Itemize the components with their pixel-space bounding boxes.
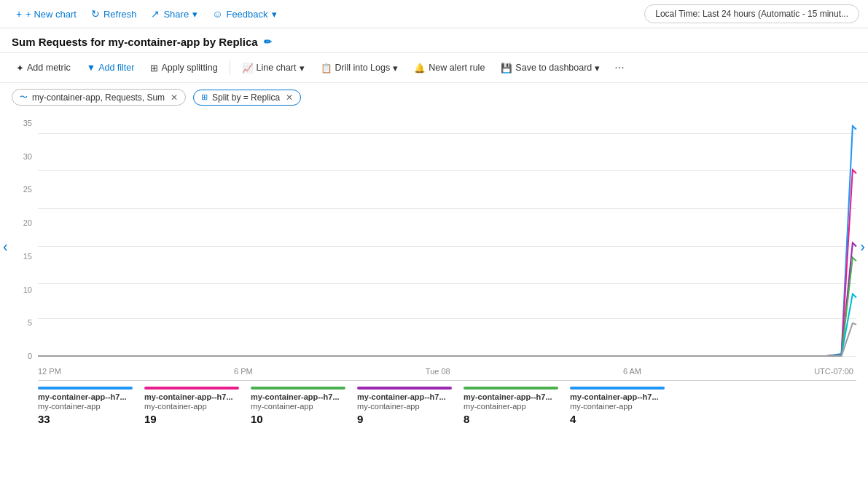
legend-value: 10 bbox=[251, 413, 345, 425]
save-dashboard-label: Save to dashboard bbox=[515, 63, 592, 73]
plus-icon: + bbox=[16, 8, 22, 20]
chart-wrapper: ‹ 35 30 25 20 15 10 5 0 bbox=[0, 111, 868, 381]
refresh-label: Refresh bbox=[103, 9, 137, 20]
y-20: 20 bbox=[12, 218, 32, 227]
x-axis: 12 PM 6 PM Tue 08 6 AM UTC-07:00 bbox=[38, 364, 856, 376]
apply-splitting-label: Apply splitting bbox=[161, 63, 217, 73]
y-5: 5 bbox=[12, 318, 32, 327]
legend-name: my-container-app--h7... bbox=[38, 392, 133, 401]
split-chip-label: Split by = Replica bbox=[212, 92, 280, 103]
share-label: Share bbox=[163, 9, 189, 20]
filter-icon: ▼ bbox=[87, 63, 95, 73]
add-metric-icon: ✦ bbox=[16, 63, 24, 74]
metric-chip-icon: 〜 bbox=[20, 92, 28, 103]
add-metric-label: Add metric bbox=[27, 63, 71, 73]
legend-item: my-container-app--h7... my-container-app… bbox=[144, 387, 239, 425]
share-button[interactable]: ↗ Share ▾ bbox=[144, 5, 205, 23]
legend-value: 19 bbox=[144, 413, 239, 425]
legend-color-bar bbox=[38, 387, 133, 390]
legend-sub: my-container-app bbox=[38, 402, 133, 411]
save-icon: 💾 bbox=[501, 63, 512, 74]
legend-area: my-container-app--h7... my-container-app… bbox=[0, 381, 868, 428]
line-chart-icon: 📈 bbox=[242, 63, 254, 74]
y-25: 25 bbox=[12, 185, 32, 194]
drill-logs-label: Drill into Logs bbox=[335, 63, 391, 73]
y-axis: 35 30 25 20 15 10 5 0 bbox=[12, 111, 38, 381]
line-chart-label: Line chart bbox=[257, 63, 297, 73]
legend-item: my-container-app--h7... my-container-app… bbox=[38, 387, 133, 425]
save-to-dashboard-button[interactable]: 💾 Save to dashboard ▾ bbox=[493, 59, 607, 77]
legend-sub: my-container-app bbox=[251, 402, 345, 411]
legend-sub: my-container-app bbox=[144, 402, 239, 411]
edit-title-icon[interactable]: ✏ bbox=[264, 36, 272, 47]
x-tue: Tue 08 bbox=[426, 367, 450, 376]
x-6pm: 6 PM bbox=[234, 367, 253, 376]
metric-toolbar: ✦ Add metric ▼ Add filter ⊞ Apply splitt… bbox=[0, 52, 868, 83]
legend-name: my-container-app--h7... bbox=[251, 392, 345, 401]
drill-into-logs-button[interactable]: 📋 Drill into Logs ▾ bbox=[313, 59, 406, 77]
x-6am: 6 AM bbox=[623, 367, 641, 376]
new-alert-rule-button[interactable]: 🔔 New alert rule bbox=[407, 59, 492, 77]
line-chart-chevron-icon: ▾ bbox=[300, 63, 305, 74]
add-filter-button[interactable]: ▼ Add filter bbox=[79, 59, 142, 76]
metric-chip[interactable]: 〜 my-container-app, Requests, Sum ✕ bbox=[12, 89, 186, 106]
chart-container: 35 30 25 20 15 10 5 0 bbox=[0, 111, 868, 381]
y-10: 10 bbox=[12, 285, 32, 294]
chart-inner: 35 30 25 20 15 10 5 0 bbox=[12, 111, 856, 381]
chart-svg bbox=[38, 111, 856, 360]
logs-icon: 📋 bbox=[321, 63, 332, 74]
share-chevron-icon: ▾ bbox=[192, 9, 198, 20]
more-icon: ··· bbox=[614, 61, 624, 74]
y-35: 35 bbox=[12, 119, 32, 127]
y-15: 15 bbox=[12, 252, 32, 261]
apply-splitting-button[interactable]: ⊞ Apply splitting bbox=[143, 59, 224, 77]
legend-item: my-container-app--h7... my-container-app… bbox=[357, 387, 452, 425]
time-range-label: Local Time: Last 24 hours (Automatic - 1… bbox=[655, 9, 848, 19]
alert-rule-label: New alert rule bbox=[429, 63, 485, 73]
add-metric-button[interactable]: ✦ Add metric bbox=[9, 59, 78, 77]
legend-name: my-container-app--h7... bbox=[464, 392, 558, 401]
feedback-icon: ☺ bbox=[212, 8, 222, 20]
page-title: Sum Requests for my-container-app by Rep… bbox=[12, 36, 258, 48]
legend-sub: my-container-app bbox=[357, 402, 452, 411]
filter-row: 〜 my-container-app, Requests, Sum ✕ ⊞ Sp… bbox=[0, 83, 868, 111]
legend-item: my-container-app--h7... my-container-app… bbox=[570, 387, 665, 425]
time-range-button[interactable]: Local Time: Last 24 hours (Automatic - 1… bbox=[644, 4, 859, 23]
feedback-chevron-icon: ▾ bbox=[272, 9, 277, 20]
more-options-button[interactable]: ··· bbox=[609, 58, 630, 78]
save-chevron-icon: ▾ bbox=[595, 63, 600, 74]
split-chip-icon: ⊞ bbox=[201, 92, 208, 102]
legend-sub: my-container-app bbox=[570, 402, 665, 411]
feedback-button[interactable]: ☺ Feedback ▾ bbox=[205, 5, 284, 23]
share-icon: ↗ bbox=[151, 8, 160, 20]
line-chart-button[interactable]: 📈 Line chart ▾ bbox=[235, 59, 312, 77]
chart-plot: 12 PM 6 PM Tue 08 6 AM UTC-07:00 bbox=[38, 111, 856, 381]
legend-color-bar bbox=[251, 387, 345, 390]
legend-name: my-container-app--h7... bbox=[570, 392, 665, 401]
legend-name: my-container-app--h7... bbox=[144, 392, 239, 401]
legend-color-bar bbox=[144, 387, 239, 390]
new-chart-button[interactable]: + + New chart bbox=[9, 5, 84, 23]
split-chip[interactable]: ⊞ Split by = Replica ✕ bbox=[193, 90, 301, 106]
add-filter-label: Add filter bbox=[98, 63, 134, 73]
legend-value: 33 bbox=[38, 413, 133, 425]
metric-chip-close[interactable]: ✕ bbox=[171, 92, 178, 103]
metric-chip-label: my-container-app, Requests, Sum bbox=[32, 92, 165, 103]
split-chip-close[interactable]: ✕ bbox=[286, 92, 293, 103]
page-title-row: Sum Requests for my-container-app by Rep… bbox=[0, 28, 868, 52]
y-30: 30 bbox=[12, 152, 32, 161]
nav-arrow-right[interactable]: › bbox=[857, 235, 868, 258]
refresh-button[interactable]: ↻ Refresh bbox=[84, 5, 144, 23]
x-utc: UTC-07:00 bbox=[814, 367, 853, 376]
refresh-icon: ↻ bbox=[91, 8, 100, 20]
legend-item: my-container-app--h7... my-container-app… bbox=[464, 387, 558, 425]
split-icon: ⊞ bbox=[150, 63, 158, 74]
drill-chevron-icon: ▾ bbox=[393, 63, 398, 74]
toolbar-divider-1 bbox=[230, 60, 230, 75]
legend-color-bar bbox=[357, 387, 452, 390]
legend-value: 9 bbox=[357, 413, 452, 425]
y-0: 0 bbox=[12, 352, 32, 360]
feedback-label: Feedback bbox=[226, 9, 267, 20]
new-chart-label: + New chart bbox=[26, 9, 77, 20]
top-toolbar: + + New chart ↻ Refresh ↗ Share ▾ ☺ Feed… bbox=[0, 0, 868, 28]
